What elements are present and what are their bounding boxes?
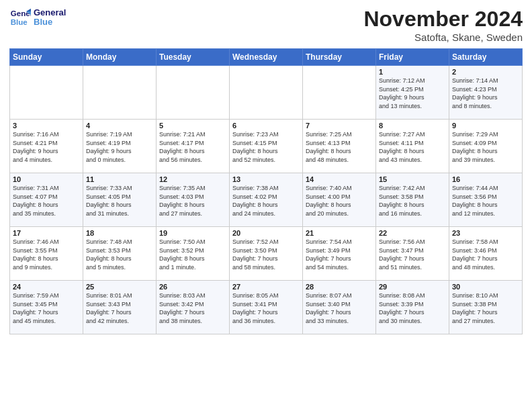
day-cell	[157, 66, 230, 120]
month-title: November 2024	[363, 7, 523, 32]
day-cell: 18Sunrise: 7:48 AM Sunset: 3:53 PM Dayli…	[83, 227, 157, 281]
weekday-header-saturday: Saturday	[449, 49, 523, 66]
weekday-header-row: SundayMondayTuesdayWednesdayThursdayFrid…	[10, 49, 523, 66]
week-row-4: 17Sunrise: 7:46 AM Sunset: 3:55 PM Dayli…	[10, 227, 523, 281]
day-info: Sunrise: 8:08 AM Sunset: 3:39 PM Dayligh…	[379, 291, 446, 325]
day-cell: 13Sunrise: 7:38 AM Sunset: 4:02 PM Dayli…	[230, 173, 303, 227]
weekday-header-monday: Monday	[83, 49, 157, 66]
day-info: Sunrise: 8:03 AM Sunset: 3:42 PM Dayligh…	[159, 291, 226, 325]
day-number: 2	[452, 68, 519, 76]
day-number: 3	[13, 122, 80, 130]
day-number: 7	[306, 122, 373, 130]
day-cell: 21Sunrise: 7:54 AM Sunset: 3:49 PM Dayli…	[303, 227, 376, 281]
day-cell: 1Sunrise: 7:12 AM Sunset: 4:25 PM Daylig…	[376, 66, 449, 120]
logo: General Blue General Blue	[9, 7, 66, 28]
day-info: Sunrise: 7:54 AM Sunset: 3:49 PM Dayligh…	[306, 238, 373, 271]
day-number: 18	[86, 229, 153, 237]
day-number: 27	[232, 283, 300, 291]
day-cell: 29Sunrise: 8:08 AM Sunset: 3:39 PM Dayli…	[376, 281, 449, 334]
day-cell: 30Sunrise: 8:10 AM Sunset: 3:38 PM Dayli…	[449, 281, 523, 334]
day-info: Sunrise: 7:42 AM Sunset: 3:58 PM Dayligh…	[379, 184, 446, 218]
day-info: Sunrise: 7:25 AM Sunset: 4:13 PM Dayligh…	[306, 130, 373, 164]
day-number: 28	[306, 283, 373, 291]
day-cell: 27Sunrise: 8:05 AM Sunset: 3:41 PM Dayli…	[230, 281, 303, 334]
day-info: Sunrise: 7:29 AM Sunset: 4:09 PM Dayligh…	[452, 130, 519, 164]
day-cell: 9Sunrise: 7:29 AM Sunset: 4:09 PM Daylig…	[449, 120, 523, 173]
day-info: Sunrise: 7:38 AM Sunset: 4:02 PM Dayligh…	[232, 184, 300, 218]
day-number: 23	[452, 229, 519, 237]
day-cell: 17Sunrise: 7:46 AM Sunset: 3:55 PM Dayli…	[10, 227, 83, 281]
day-info: Sunrise: 7:46 AM Sunset: 3:55 PM Dayligh…	[13, 238, 80, 271]
title-block: November 2024 Satofta, Skane, Sweden	[363, 7, 523, 43]
day-number: 6	[232, 122, 300, 130]
day-number: 12	[159, 175, 226, 183]
day-info: Sunrise: 7:59 AM Sunset: 3:45 PM Dayligh…	[13, 291, 80, 325]
logo-line2: Blue	[34, 17, 66, 27]
day-number: 14	[306, 175, 373, 183]
day-cell: 20Sunrise: 7:52 AM Sunset: 3:50 PM Dayli…	[230, 227, 303, 281]
day-info: Sunrise: 7:23 AM Sunset: 4:15 PM Dayligh…	[232, 130, 300, 164]
day-cell	[303, 66, 376, 120]
weekday-header-tuesday: Tuesday	[157, 49, 230, 66]
day-number: 24	[13, 283, 80, 291]
day-cell: 6Sunrise: 7:23 AM Sunset: 4:15 PM Daylig…	[230, 120, 303, 173]
day-number: 11	[86, 175, 153, 183]
day-info: Sunrise: 8:10 AM Sunset: 3:38 PM Dayligh…	[452, 291, 519, 325]
svg-text:Blue: Blue	[11, 18, 28, 26]
day-cell: 28Sunrise: 8:07 AM Sunset: 3:40 PM Dayli…	[303, 281, 376, 334]
day-info: Sunrise: 7:40 AM Sunset: 4:00 PM Dayligh…	[306, 184, 373, 218]
day-cell: 15Sunrise: 7:42 AM Sunset: 3:58 PM Dayli…	[376, 173, 449, 227]
day-number: 22	[379, 229, 446, 237]
week-row-1: 1Sunrise: 7:12 AM Sunset: 4:25 PM Daylig…	[10, 66, 523, 120]
day-number: 15	[379, 175, 446, 183]
day-number: 19	[159, 229, 226, 237]
day-cell	[230, 66, 303, 120]
day-number: 8	[379, 122, 446, 130]
calendar-table: SundayMondayTuesdayWednesdayThursdayFrid…	[9, 48, 523, 334]
weekday-header-friday: Friday	[376, 49, 449, 66]
week-row-2: 3Sunrise: 7:16 AM Sunset: 4:21 PM Daylig…	[10, 120, 523, 173]
day-cell: 24Sunrise: 7:59 AM Sunset: 3:45 PM Dayli…	[10, 281, 83, 334]
logo-line1: General	[34, 8, 66, 17]
day-number: 16	[452, 175, 519, 183]
day-info: Sunrise: 7:52 AM Sunset: 3:50 PM Dayligh…	[232, 238, 300, 271]
week-row-3: 10Sunrise: 7:31 AM Sunset: 4:07 PM Dayli…	[10, 173, 523, 227]
day-cell: 10Sunrise: 7:31 AM Sunset: 4:07 PM Dayli…	[10, 173, 83, 227]
day-number: 13	[232, 175, 300, 183]
day-cell: 25Sunrise: 8:01 AM Sunset: 3:43 PM Dayli…	[83, 281, 157, 334]
day-info: Sunrise: 8:07 AM Sunset: 3:40 PM Dayligh…	[306, 291, 373, 325]
day-cell: 22Sunrise: 7:56 AM Sunset: 3:47 PM Dayli…	[376, 227, 449, 281]
day-number: 10	[13, 175, 80, 183]
day-cell: 8Sunrise: 7:27 AM Sunset: 4:11 PM Daylig…	[376, 120, 449, 173]
header: General Blue General Blue November 2024 …	[9, 7, 523, 43]
day-info: Sunrise: 7:35 AM Sunset: 4:03 PM Dayligh…	[159, 184, 226, 218]
day-info: Sunrise: 7:27 AM Sunset: 4:11 PM Dayligh…	[379, 130, 446, 164]
day-info: Sunrise: 7:48 AM Sunset: 3:53 PM Dayligh…	[86, 238, 153, 271]
day-cell: 12Sunrise: 7:35 AM Sunset: 4:03 PM Dayli…	[157, 173, 230, 227]
day-info: Sunrise: 7:56 AM Sunset: 3:47 PM Dayligh…	[379, 238, 446, 271]
day-number: 4	[86, 122, 153, 130]
day-number: 30	[452, 283, 519, 291]
day-number: 5	[159, 122, 226, 130]
day-cell: 19Sunrise: 7:50 AM Sunset: 3:52 PM Dayli…	[157, 227, 230, 281]
day-info: Sunrise: 7:14 AM Sunset: 4:23 PM Dayligh…	[452, 77, 519, 110]
day-info: Sunrise: 7:33 AM Sunset: 4:05 PM Dayligh…	[86, 184, 153, 218]
day-number: 1	[379, 68, 446, 76]
day-cell: 4Sunrise: 7:19 AM Sunset: 4:19 PM Daylig…	[83, 120, 157, 173]
day-info: Sunrise: 8:05 AM Sunset: 3:41 PM Dayligh…	[232, 291, 300, 325]
day-info: Sunrise: 7:58 AM Sunset: 3:46 PM Dayligh…	[452, 238, 519, 271]
weekday-header-sunday: Sunday	[10, 49, 83, 66]
day-cell: 2Sunrise: 7:14 AM Sunset: 4:23 PM Daylig…	[449, 66, 523, 120]
day-info: Sunrise: 8:01 AM Sunset: 3:43 PM Dayligh…	[86, 291, 153, 325]
location: Satofta, Skane, Sweden	[363, 32, 523, 43]
day-cell: 16Sunrise: 7:44 AM Sunset: 3:56 PM Dayli…	[449, 173, 523, 227]
day-info: Sunrise: 7:21 AM Sunset: 4:17 PM Dayligh…	[159, 130, 226, 164]
day-cell: 3Sunrise: 7:16 AM Sunset: 4:21 PM Daylig…	[10, 120, 83, 173]
day-info: Sunrise: 7:31 AM Sunset: 4:07 PM Dayligh…	[13, 184, 80, 218]
day-cell: 14Sunrise: 7:40 AM Sunset: 4:00 PM Dayli…	[303, 173, 376, 227]
day-number: 9	[452, 122, 519, 130]
day-info: Sunrise: 7:50 AM Sunset: 3:52 PM Dayligh…	[159, 238, 226, 271]
day-info: Sunrise: 7:16 AM Sunset: 4:21 PM Dayligh…	[13, 130, 80, 164]
week-row-5: 24Sunrise: 7:59 AM Sunset: 3:45 PM Dayli…	[10, 281, 523, 334]
day-cell: 7Sunrise: 7:25 AM Sunset: 4:13 PM Daylig…	[303, 120, 376, 173]
